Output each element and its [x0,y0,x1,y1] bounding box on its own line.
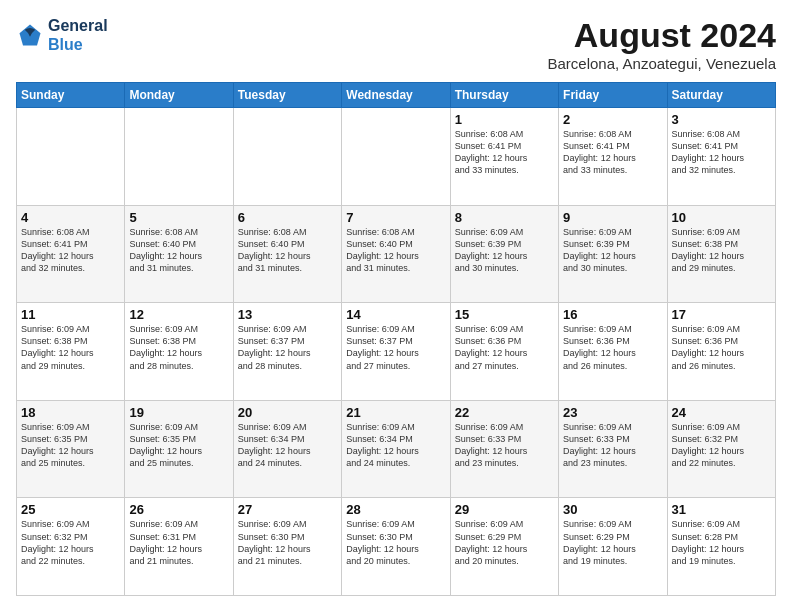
calendar-cell: 30Sunrise: 6:09 AM Sunset: 6:29 PM Dayli… [559,498,667,596]
calendar-cell: 6Sunrise: 6:08 AM Sunset: 6:40 PM Daylig… [233,205,341,303]
calendar-cell: 2Sunrise: 6:08 AM Sunset: 6:41 PM Daylig… [559,108,667,206]
main-title: August 2024 [547,16,776,55]
day-number: 1 [455,112,554,127]
day-info: Sunrise: 6:09 AM Sunset: 6:36 PM Dayligh… [672,323,771,372]
calendar-cell: 15Sunrise: 6:09 AM Sunset: 6:36 PM Dayli… [450,303,558,401]
day-number: 15 [455,307,554,322]
calendar-cell: 8Sunrise: 6:09 AM Sunset: 6:39 PM Daylig… [450,205,558,303]
day-number: 3 [672,112,771,127]
day-number: 18 [21,405,120,420]
logo: General Blue [16,16,108,54]
calendar-cell: 19Sunrise: 6:09 AM Sunset: 6:35 PM Dayli… [125,400,233,498]
calendar-week-5: 25Sunrise: 6:09 AM Sunset: 6:32 PM Dayli… [17,498,776,596]
day-info: Sunrise: 6:09 AM Sunset: 6:33 PM Dayligh… [563,421,662,470]
logo-text: General Blue [48,16,108,54]
calendar-cell: 3Sunrise: 6:08 AM Sunset: 6:41 PM Daylig… [667,108,775,206]
calendar-cell: 12Sunrise: 6:09 AM Sunset: 6:38 PM Dayli… [125,303,233,401]
day-info: Sunrise: 6:09 AM Sunset: 6:38 PM Dayligh… [21,323,120,372]
day-number: 23 [563,405,662,420]
calendar-cell: 28Sunrise: 6:09 AM Sunset: 6:30 PM Dayli… [342,498,450,596]
calendar-cell: 5Sunrise: 6:08 AM Sunset: 6:40 PM Daylig… [125,205,233,303]
day-number: 27 [238,502,337,517]
day-number: 14 [346,307,445,322]
calendar-cell: 21Sunrise: 6:09 AM Sunset: 6:34 PM Dayli… [342,400,450,498]
day-info: Sunrise: 6:09 AM Sunset: 6:37 PM Dayligh… [238,323,337,372]
day-info: Sunrise: 6:09 AM Sunset: 6:29 PM Dayligh… [455,518,554,567]
calendar-cell: 17Sunrise: 6:09 AM Sunset: 6:36 PM Dayli… [667,303,775,401]
day-number: 7 [346,210,445,225]
calendar-week-2: 4Sunrise: 6:08 AM Sunset: 6:41 PM Daylig… [17,205,776,303]
logo-icon [16,21,44,49]
day-info: Sunrise: 6:09 AM Sunset: 6:35 PM Dayligh… [129,421,228,470]
day-number: 10 [672,210,771,225]
calendar-body: 1Sunrise: 6:08 AM Sunset: 6:41 PM Daylig… [17,108,776,596]
day-number: 4 [21,210,120,225]
day-number: 21 [346,405,445,420]
calendar-cell: 1Sunrise: 6:08 AM Sunset: 6:41 PM Daylig… [450,108,558,206]
day-number: 28 [346,502,445,517]
day-info: Sunrise: 6:09 AM Sunset: 6:32 PM Dayligh… [672,421,771,470]
day-header-friday: Friday [559,83,667,108]
day-info: Sunrise: 6:08 AM Sunset: 6:41 PM Dayligh… [21,226,120,275]
day-number: 29 [455,502,554,517]
day-info: Sunrise: 6:09 AM Sunset: 6:28 PM Dayligh… [672,518,771,567]
logo-line2: Blue [48,36,83,53]
day-info: Sunrise: 6:08 AM Sunset: 6:40 PM Dayligh… [238,226,337,275]
calendar-cell: 11Sunrise: 6:09 AM Sunset: 6:38 PM Dayli… [17,303,125,401]
page: General Blue August 2024 Barcelona, Anzo… [0,0,792,612]
day-header-wednesday: Wednesday [342,83,450,108]
day-header-monday: Monday [125,83,233,108]
day-number: 5 [129,210,228,225]
day-header-saturday: Saturday [667,83,775,108]
day-info: Sunrise: 6:09 AM Sunset: 6:36 PM Dayligh… [563,323,662,372]
calendar-cell: 16Sunrise: 6:09 AM Sunset: 6:36 PM Dayli… [559,303,667,401]
day-info: Sunrise: 6:08 AM Sunset: 6:40 PM Dayligh… [129,226,228,275]
calendar-cell: 10Sunrise: 6:09 AM Sunset: 6:38 PM Dayli… [667,205,775,303]
day-number: 30 [563,502,662,517]
calendar-cell: 26Sunrise: 6:09 AM Sunset: 6:31 PM Dayli… [125,498,233,596]
calendar-week-3: 11Sunrise: 6:09 AM Sunset: 6:38 PM Dayli… [17,303,776,401]
day-number: 16 [563,307,662,322]
day-header-sunday: Sunday [17,83,125,108]
calendar-cell: 20Sunrise: 6:09 AM Sunset: 6:34 PM Dayli… [233,400,341,498]
calendar-cell: 29Sunrise: 6:09 AM Sunset: 6:29 PM Dayli… [450,498,558,596]
calendar-cell [17,108,125,206]
calendar-week-1: 1Sunrise: 6:08 AM Sunset: 6:41 PM Daylig… [17,108,776,206]
calendar-table: SundayMondayTuesdayWednesdayThursdayFrid… [16,82,776,596]
day-info: Sunrise: 6:09 AM Sunset: 6:38 PM Dayligh… [129,323,228,372]
header: General Blue August 2024 Barcelona, Anzo… [16,16,776,72]
subtitle: Barcelona, Anzoategui, Venezuela [547,55,776,72]
day-info: Sunrise: 6:08 AM Sunset: 6:40 PM Dayligh… [346,226,445,275]
day-header-thursday: Thursday [450,83,558,108]
calendar-cell: 18Sunrise: 6:09 AM Sunset: 6:35 PM Dayli… [17,400,125,498]
day-info: Sunrise: 6:08 AM Sunset: 6:41 PM Dayligh… [672,128,771,177]
day-number: 17 [672,307,771,322]
calendar-cell: 24Sunrise: 6:09 AM Sunset: 6:32 PM Dayli… [667,400,775,498]
day-number: 25 [21,502,120,517]
day-info: Sunrise: 6:09 AM Sunset: 6:39 PM Dayligh… [455,226,554,275]
day-number: 2 [563,112,662,127]
day-number: 20 [238,405,337,420]
day-info: Sunrise: 6:09 AM Sunset: 6:30 PM Dayligh… [346,518,445,567]
day-number: 26 [129,502,228,517]
day-info: Sunrise: 6:09 AM Sunset: 6:35 PM Dayligh… [21,421,120,470]
calendar-cell: 27Sunrise: 6:09 AM Sunset: 6:30 PM Dayli… [233,498,341,596]
day-number: 6 [238,210,337,225]
calendar-cell [233,108,341,206]
day-info: Sunrise: 6:08 AM Sunset: 6:41 PM Dayligh… [563,128,662,177]
calendar-cell: 23Sunrise: 6:09 AM Sunset: 6:33 PM Dayli… [559,400,667,498]
title-block: August 2024 Barcelona, Anzoategui, Venez… [547,16,776,72]
day-info: Sunrise: 6:09 AM Sunset: 6:38 PM Dayligh… [672,226,771,275]
day-info: Sunrise: 6:09 AM Sunset: 6:33 PM Dayligh… [455,421,554,470]
day-info: Sunrise: 6:09 AM Sunset: 6:29 PM Dayligh… [563,518,662,567]
day-number: 9 [563,210,662,225]
day-info: Sunrise: 6:09 AM Sunset: 6:32 PM Dayligh… [21,518,120,567]
calendar-cell: 22Sunrise: 6:09 AM Sunset: 6:33 PM Dayli… [450,400,558,498]
day-info: Sunrise: 6:09 AM Sunset: 6:36 PM Dayligh… [455,323,554,372]
day-number: 13 [238,307,337,322]
calendar-cell: 31Sunrise: 6:09 AM Sunset: 6:28 PM Dayli… [667,498,775,596]
calendar-cell: 9Sunrise: 6:09 AM Sunset: 6:39 PM Daylig… [559,205,667,303]
day-info: Sunrise: 6:09 AM Sunset: 6:37 PM Dayligh… [346,323,445,372]
calendar-cell: 13Sunrise: 6:09 AM Sunset: 6:37 PM Dayli… [233,303,341,401]
calendar-cell: 14Sunrise: 6:09 AM Sunset: 6:37 PM Dayli… [342,303,450,401]
